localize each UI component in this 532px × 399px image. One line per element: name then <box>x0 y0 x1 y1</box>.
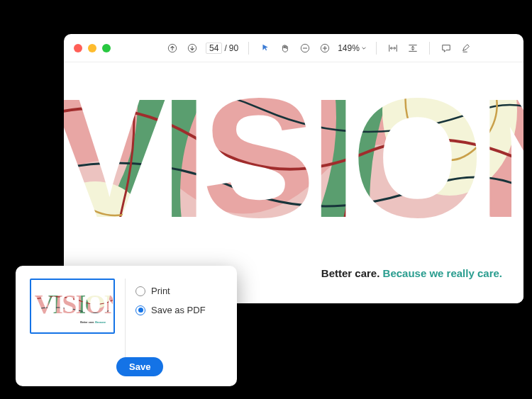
document-thumbnail[interactable]: VISION Better care. Because <box>30 279 115 334</box>
zoom-level-dropdown[interactable]: 149% <box>337 43 367 54</box>
minimize-window-button[interactable] <box>88 44 96 52</box>
radio-selected-icon <box>135 305 145 315</box>
fit-page-icon <box>408 43 418 53</box>
titlebar: 54 / 90 149% <box>64 34 523 62</box>
export-dialog: VISION Better care. Because Print Save a… <box>16 266 237 386</box>
tagline-accent: Because we really care. <box>383 267 502 279</box>
comment-tool-button[interactable] <box>438 40 454 56</box>
close-window-button[interactable] <box>74 44 82 52</box>
svg-text:Better care.: Better care. <box>80 321 94 324</box>
zoom-in-button[interactable] <box>317 40 333 56</box>
print-label: Print <box>151 286 170 296</box>
selection-tool-button[interactable] <box>257 40 273 56</box>
page-up-button[interactable] <box>165 40 180 56</box>
hand-icon <box>280 43 290 53</box>
save-as-pdf-option[interactable]: Save as PDF <box>135 305 206 315</box>
zoom-in-icon <box>320 43 330 53</box>
save-pdf-label: Save as PDF <box>151 305 206 315</box>
page-down-button[interactable] <box>184 40 200 56</box>
chevron-down-icon <box>361 45 367 51</box>
zoom-value: 149% <box>338 43 360 53</box>
tagline: Better care. Because we really care. <box>321 267 502 279</box>
toolbar: 54 / 90 149% <box>125 40 514 56</box>
highlighter-icon <box>461 43 471 53</box>
save-button[interactable]: Save <box>116 357 163 376</box>
fit-page-button[interactable] <box>405 40 421 56</box>
pdf-viewer-window: 54 / 90 149% <box>64 34 523 303</box>
page-total: 90 <box>229 43 238 53</box>
zoom-out-button[interactable] <box>297 40 313 56</box>
page-counter: 54 / 90 <box>206 43 238 54</box>
svg-text:Because: Because <box>95 321 106 324</box>
window-controls <box>74 44 111 52</box>
cursor-icon <box>261 43 270 52</box>
tagline-lead: Better care. <box>321 267 380 279</box>
page-current-input[interactable]: 54 <box>206 43 222 54</box>
arrow-up-circle-icon <box>167 43 177 53</box>
toolbar-divider <box>429 42 430 55</box>
page-separator: / <box>224 43 226 53</box>
hand-tool-button[interactable] <box>277 40 293 56</box>
fit-width-icon <box>388 43 398 53</box>
highlight-tool-button[interactable] <box>458 40 474 56</box>
arrow-down-circle-icon <box>187 43 197 53</box>
comment-icon <box>441 43 451 53</box>
toolbar-divider <box>248 42 249 55</box>
radio-icon <box>135 286 145 296</box>
fit-width-button[interactable] <box>385 40 401 56</box>
toolbar-divider <box>376 42 377 55</box>
maximize-window-button[interactable] <box>102 44 111 52</box>
print-option[interactable]: Print <box>135 286 206 296</box>
zoom-out-icon <box>300 43 310 53</box>
